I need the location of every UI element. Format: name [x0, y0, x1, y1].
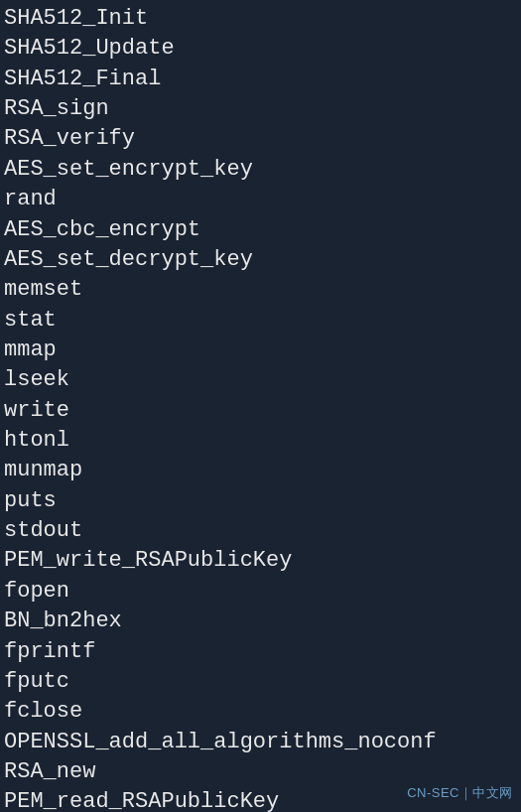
list-item: fopen [4, 577, 517, 607]
list-item: AES_set_decrypt_key [4, 245, 517, 275]
list-item: stdout [4, 516, 517, 546]
list-item: fprintf [4, 637, 517, 667]
list-item: write [4, 396, 517, 426]
list-item: OPENSSL_add_all_algorithms_noconf [4, 728, 517, 757]
list-item: fputc [4, 667, 517, 697]
list-item: fclose [4, 697, 517, 727]
list-item: RSA_sign [4, 94, 517, 124]
list-item: BN_bn2hex [4, 607, 517, 636]
list-item: mmap [4, 336, 517, 365]
list-item: stat [4, 306, 517, 336]
list-item: SHA512_Init [4, 4, 517, 34]
list-item: RSA_verify [4, 124, 517, 154]
list-item: PEM_write_RSAPublicKey [4, 546, 517, 576]
list-item: munmap [4, 456, 517, 485]
list-item: SHA512_Update [4, 34, 517, 64]
list-item: memset [4, 275, 517, 305]
list-item: RSA_new [4, 757, 517, 787]
list-item: lseek [4, 365, 517, 395]
function-list: SHA512_InitSHA512_UpdateSHA512_FinalRSA_… [0, 0, 521, 812]
list-item: rand [4, 185, 517, 214]
list-item: puts [4, 486, 517, 516]
list-item: SHA512_Final [4, 65, 517, 94]
list-item: htonl [4, 426, 517, 456]
list-item: AES_set_encrypt_key [4, 155, 517, 185]
watermark: CN-SEC｜中文网 [407, 784, 513, 802]
list-item: AES_cbc_encrypt [4, 215, 517, 245]
